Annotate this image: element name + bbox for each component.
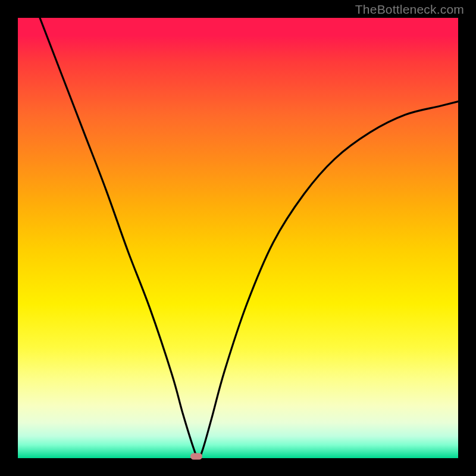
- watermark-text: TheBottleneck.com: [355, 2, 464, 17]
- chart-frame: TheBottleneck.com: [0, 0, 476, 476]
- bottleneck-curve: [18, 18, 458, 458]
- optimal-marker: [190, 453, 202, 460]
- plot-area: [18, 18, 458, 458]
